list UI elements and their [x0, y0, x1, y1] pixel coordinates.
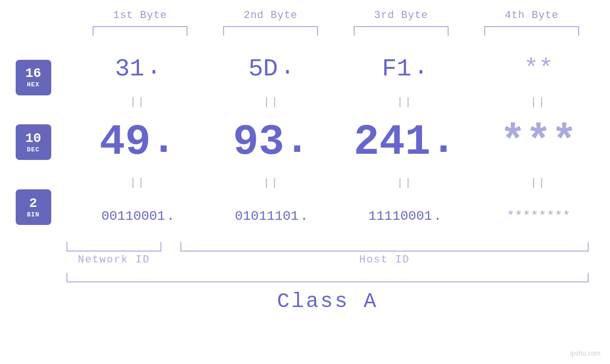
bin-dot-2: .	[300, 209, 308, 224]
hex-cell-3: F1 .	[353, 54, 457, 84]
hex-dot-2: .	[281, 54, 295, 84]
byte2-label: 2nd Byte	[223, 9, 318, 21]
bin-cell-4: ********	[486, 209, 591, 224]
equals-row-1: || || || ||	[66, 93, 610, 112]
dec-badge-label: DEC	[27, 146, 39, 153]
main-container: 1st Byte 2nd Byte 3rd Byte 4th Byte 16 H…	[0, 0, 610, 364]
bin-cell-1: 00110001 .	[86, 209, 190, 224]
hex-cell-2: 5D .	[219, 54, 324, 84]
watermark: ipshu.com	[570, 349, 601, 357]
eq2-2: ||	[219, 177, 324, 189]
hex-badge-label: HEX	[27, 81, 39, 88]
bracket-top-3	[354, 26, 449, 36]
equals-row-2: || || || ||	[66, 173, 610, 192]
bin-val-2: 01011101	[235, 209, 299, 224]
host-bracket	[180, 242, 589, 252]
bin-badge-number: 2	[29, 196, 38, 211]
class-label: Class A	[66, 289, 589, 313]
dec-cell-3: 241 .	[353, 118, 457, 167]
bin-val-3: 11110001	[368, 209, 432, 224]
dec-badge-number: 10	[25, 131, 41, 146]
host-id-label: Host ID	[180, 254, 589, 266]
bin-val-4: ********	[507, 209, 570, 224]
hex-val-4: **	[524, 55, 553, 83]
data-columns: 31 . 5D . F1 . ** || || ||	[66, 45, 610, 240]
bin-dot-3: .	[433, 209, 441, 224]
spacer-1	[161, 242, 180, 252]
eq2-3: ||	[353, 177, 457, 189]
dec-badge: 10 DEC	[16, 124, 51, 160]
bin-row: 00110001 . 01011101 . 11110001 . *******…	[66, 192, 610, 240]
dec-cell-2: 93 .	[219, 118, 324, 167]
badges-column: 16 HEX 10 DEC 2 BIN	[0, 45, 66, 240]
network-id-label: Network ID	[66, 254, 161, 266]
bin-cell-2: 01011101 .	[219, 209, 324, 224]
content-row: 16 HEX 10 DEC 2 BIN 31 . 5D	[0, 45, 610, 240]
bracket-top-1	[93, 26, 188, 36]
byte3-label: 3rd Byte	[354, 9, 449, 21]
dec-cell-1: 49 .	[86, 118, 190, 167]
eq2-4: ||	[486, 177, 591, 189]
dec-row: 49 . 93 . 241 . ***	[66, 112, 610, 173]
dec-val-1: 49	[100, 118, 151, 167]
bin-dot-1: .	[167, 209, 175, 224]
bin-badge-label: BIN	[27, 211, 39, 218]
eq1-1: ||	[86, 96, 190, 108]
dec-dot-3: .	[431, 119, 456, 167]
eq1-3: ||	[353, 96, 457, 108]
bin-cell-3: 11110001 .	[353, 209, 457, 224]
dec-val-2: 93	[233, 118, 284, 167]
byte1-label: 1st Byte	[93, 9, 188, 21]
hex-val-2: 5D	[248, 55, 278, 83]
hex-val-1: 31	[115, 55, 144, 83]
hex-dot-1: .	[147, 54, 161, 84]
bin-badge: 2 BIN	[16, 189, 51, 225]
eq1-2: ||	[219, 96, 324, 108]
eq1-4: ||	[486, 96, 591, 108]
bottom-brackets-row	[66, 242, 589, 252]
hex-cell-4: **	[486, 55, 591, 83]
id-labels: Network ID Host ID	[66, 254, 589, 266]
eq2-1: ||	[86, 177, 190, 189]
top-brackets	[75, 26, 597, 36]
network-bracket	[66, 242, 161, 252]
hex-cell-1: 31 .	[86, 54, 190, 84]
bracket-top-2	[223, 26, 318, 36]
dec-val-4: ***	[500, 118, 577, 167]
hex-badge-number: 16	[25, 66, 41, 81]
dec-val-3: 241	[354, 118, 431, 167]
class-bracket	[66, 273, 589, 282]
hex-badge: 16 HEX	[16, 60, 51, 95]
hex-row: 31 . 5D . F1 . **	[66, 45, 610, 93]
byte-headers: 1st Byte 2nd Byte 3rd Byte 4th Byte	[75, 9, 597, 21]
dec-dot-2: .	[284, 119, 310, 167]
dec-dot-1: .	[151, 119, 177, 167]
bracket-top-4	[484, 26, 579, 36]
bin-val-1: 00110001	[102, 209, 165, 224]
bottom-section: Network ID Host ID Class A	[0, 242, 610, 313]
hex-val-3: F1	[382, 55, 411, 83]
byte4-label: 4th Byte	[484, 9, 579, 21]
hex-dot-3: .	[414, 54, 428, 84]
spacer-2	[161, 254, 180, 266]
dec-cell-4: ***	[486, 118, 591, 167]
